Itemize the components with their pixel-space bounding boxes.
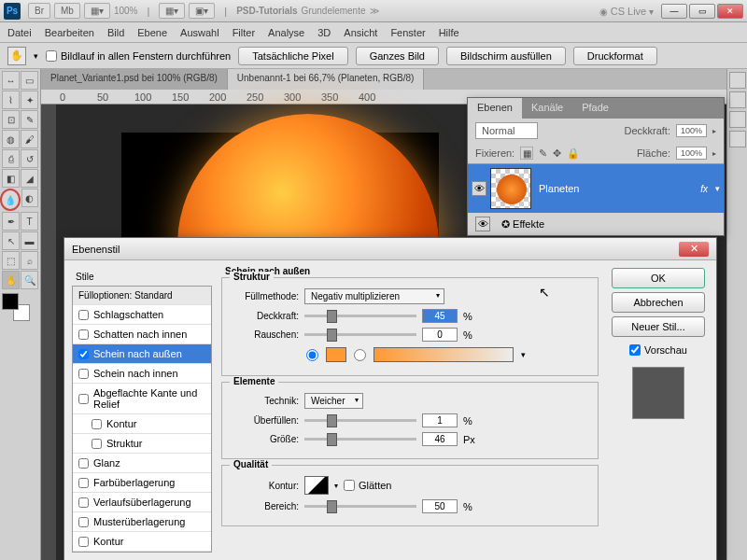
layer-effects[interactable]: 👁 ✪ Effekte (468, 213, 724, 235)
style-verlauf[interactable]: Verlaufsüberlagerung (73, 493, 211, 512)
visibility-icon[interactable]: 👁 (472, 181, 486, 196)
contour-picker[interactable] (304, 476, 329, 495)
panel-icon-4[interactable] (729, 131, 746, 147)
panel-icon-2[interactable] (729, 91, 746, 108)
lock-brush-icon[interactable]: ✎ (539, 147, 547, 160)
color-radio[interactable] (306, 349, 318, 361)
style-muster[interactable]: Musterüberlagerung (73, 512, 211, 532)
minimize-btn[interactable]: — (661, 4, 687, 19)
color-swatches[interactable] (2, 293, 30, 321)
brush-tool[interactable]: 🖌 (21, 130, 38, 148)
close-btn[interactable]: ✕ (717, 4, 743, 19)
shape-tool[interactable]: ▬ (21, 231, 38, 250)
fit-screen-btn[interactable]: Ganzes Bild (356, 47, 439, 65)
fill-options[interactable]: Fülloptionen: Standard (73, 287, 211, 305)
eyedropper-tool[interactable]: ✎ (21, 110, 38, 129)
spread-slider[interactable] (304, 419, 416, 422)
fill-value[interactable]: 100% (676, 147, 707, 160)
actual-pixels-btn[interactable]: Tatsächliche Pixel (238, 47, 347, 65)
workspace-psd[interactable]: PSD-Tutorials (236, 6, 297, 16)
new-style-button[interactable]: Neuer Stil... (612, 316, 705, 337)
noise-input[interactable]: 0 (422, 328, 458, 342)
menu-bild[interactable]: Bild (107, 27, 124, 38)
antialias-checkbox[interactable]: Glätten (344, 480, 391, 491)
doc-tab-1[interactable]: Planet_Variante1.psd bei 100% (RGB/8) (41, 69, 228, 90)
tab-ebenen[interactable]: Ebenen (468, 98, 522, 119)
history-tool[interactable]: ↺ (21, 149, 38, 168)
menu-fenster[interactable]: Fenster (390, 27, 425, 38)
color-swatch[interactable] (326, 347, 346, 362)
ok-button[interactable]: OK (612, 268, 705, 288)
move-tool[interactable]: ↔ (2, 71, 20, 90)
menu-ansicht[interactable]: Ansicht (344, 27, 377, 38)
spread-input[interactable]: 1 (422, 413, 458, 427)
menu-auswahl[interactable]: Auswahl (180, 27, 219, 38)
noise-slider[interactable] (304, 333, 416, 336)
menu-hilfe[interactable]: Hilfe (439, 27, 459, 38)
wand-tool[interactable]: ✦ (21, 91, 38, 109)
menu-3d[interactable]: 3D (317, 27, 331, 38)
menu-datei[interactable]: Datei (7, 27, 32, 38)
layer-planeten[interactable]: 👁 Planeten fx ▾ (468, 164, 724, 213)
panel-icon-1[interactable] (729, 72, 746, 89)
size-slider[interactable] (304, 438, 416, 441)
range-input[interactable]: 50 (422, 499, 458, 513)
menu-analyse[interactable]: Analyse (268, 27, 304, 38)
scroll-all-checkbox[interactable]: Bildlauf in allen Fenstern durchführen (46, 50, 231, 62)
lasso-tool[interactable]: ⌇ (2, 91, 20, 109)
style-glanz[interactable]: Glanz (73, 454, 211, 473)
workspace-more[interactable]: ≫ (370, 6, 379, 16)
blend-mode-dropdown[interactable]: Negativ multiplizieren (304, 288, 444, 304)
layer-thumbnail[interactable] (490, 168, 531, 209)
fx-visibility-icon[interactable]: 👁 (475, 217, 490, 231)
lock-move-icon[interactable]: ✥ (553, 147, 561, 160)
technik-dropdown[interactable]: Weicher (304, 393, 363, 409)
dialog-titlebar[interactable]: Ebenenstil ✕ (64, 238, 716, 260)
workspace-grund[interactable]: Grundelemente (302, 6, 366, 16)
style-kontur[interactable]: Kontur (73, 532, 211, 552)
gradient-tool[interactable]: ◢ (21, 169, 38, 188)
tab-pfade[interactable]: Pfade (572, 98, 618, 119)
preview-checkbox[interactable]: Vorschau (629, 344, 687, 356)
eraser-tool[interactable]: ◧ (2, 169, 20, 188)
fx-indicator[interactable]: fx (700, 184, 708, 194)
style-schatten-innen[interactable]: Schatten nach innen (73, 325, 211, 344)
size-input[interactable]: 46 (422, 432, 458, 446)
bridge-btn[interactable]: Br (28, 3, 50, 19)
panel-icon-3[interactable] (729, 111, 746, 128)
heal-tool[interactable]: ◍ (2, 130, 20, 148)
gradient-radio[interactable] (354, 349, 366, 361)
menu-ebene[interactable]: Ebene (137, 27, 167, 38)
type-tool[interactable]: T (21, 212, 38, 231)
print-size-btn[interactable]: Druckformat (573, 47, 657, 65)
style-schlagschatten[interactable]: Schlagschatten (73, 305, 211, 325)
menu-filter[interactable]: Filter (233, 27, 255, 38)
zoom-tool[interactable]: 🔍 (21, 271, 38, 289)
menu-bearbeiten[interactable]: Bearbeiten (45, 27, 94, 38)
cslive[interactable]: ◉ CS Live ▾ (599, 6, 654, 17)
zoom-level[interactable]: 100% (114, 6, 138, 16)
mb-btn[interactable]: Mb (54, 3, 80, 19)
opacity-input[interactable]: 45 (422, 309, 458, 323)
dialog-close-btn[interactable]: ✕ (679, 242, 709, 257)
hand-tool[interactable]: ✋ (2, 271, 20, 289)
screen-btn[interactable]: ▣▾ (189, 3, 215, 19)
tab-kanaele[interactable]: Kanäle (522, 98, 572, 119)
dodge-tool[interactable]: ◐ (21, 189, 38, 207)
arrange-btn[interactable]: ▦▾ (159, 3, 185, 19)
opacity-slider[interactable] (304, 315, 416, 317)
range-slider[interactable] (304, 505, 416, 508)
style-schein-aussen[interactable]: Schein nach außen (73, 344, 211, 364)
opacity-value[interactable]: 100% (676, 124, 707, 137)
cancel-button[interactable]: Abbrechen (612, 292, 705, 313)
camera-tool[interactable]: ⌕ (21, 251, 38, 270)
fill-screen-btn[interactable]: Bildschirm ausfüllen (446, 47, 566, 65)
blur-tool[interactable]: 💧 (0, 189, 21, 211)
style-bevel[interactable]: Abgeflachte Kante und Relief (73, 384, 211, 414)
3d-tool[interactable]: ⬚ (2, 251, 20, 270)
style-farbe[interactable]: Farbüberlagerung (73, 473, 211, 493)
style-schein-innen[interactable]: Schein nach innen (73, 364, 211, 384)
style-struktur-sub[interactable]: Struktur (73, 434, 211, 454)
stamp-tool[interactable]: ⎙ (2, 149, 20, 168)
blend-mode-select[interactable]: Normal (475, 122, 538, 139)
